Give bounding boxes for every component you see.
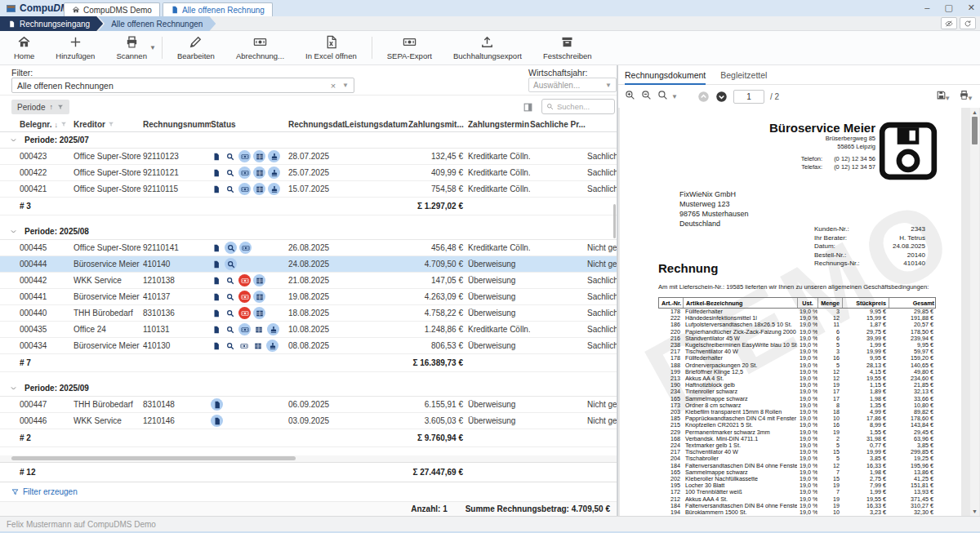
app-tab-strip: CompuDMS DemoAlle offenen Rechnung xyxy=(64,2,273,16)
table-row[interactable]: 000441Büroservice Meier41013719.08.20254… xyxy=(0,289,617,305)
zoom-in-button[interactable] xyxy=(625,89,635,104)
column-header-kreditor[interactable]: Kreditor xyxy=(74,120,143,129)
chevron-down-icon[interactable] xyxy=(10,384,17,392)
vertical-scrollbar[interactable] xyxy=(613,204,616,238)
column-header-ldat[interactable]: Leistungsdatum xyxy=(345,120,408,129)
item-cell-0: 212 xyxy=(658,496,683,503)
meta-row: Datum:24.08.2025 xyxy=(814,242,925,251)
chevron-down-icon[interactable]: ▼ xyxy=(342,82,349,89)
column-header-rechnr[interactable]: Rechnungsnummer xyxy=(143,120,211,129)
cell-rechnr: 410140 xyxy=(143,260,211,269)
horizontal-scrollbar[interactable] xyxy=(0,455,617,462)
scannen-button[interactable]: ▼Scannen xyxy=(105,31,158,64)
preview-tab-active[interactable]: Rechnungsdokument xyxy=(625,65,706,85)
breadcrumb-item[interactable]: Rechnungseingang xyxy=(0,16,103,31)
festschreiben-button[interactable]: Festschreiben xyxy=(532,31,603,64)
chevron-down-icon[interactable]: ▼ xyxy=(149,44,156,51)
cell-status xyxy=(211,274,288,286)
cell-sach: Sachlich richtig xyxy=(587,309,617,318)
chevron-down-icon[interactable]: ▼ xyxy=(944,95,951,102)
table-row[interactable]: 000445Office Super-Store9211014126.08.20… xyxy=(0,240,617,256)
scrollbar-thumb[interactable] xyxy=(11,456,296,460)
in-excel-ffnen-button[interactable]: In Excel öffnen xyxy=(295,31,368,64)
item-cell-4: 31,98 € xyxy=(842,436,889,442)
scrollbar-thumb[interactable] xyxy=(972,117,978,144)
item-cell-2: 19,0 % xyxy=(797,355,817,362)
funnel-icon[interactable] xyxy=(108,120,114,129)
preview-scrollbar[interactable]: ▲ ▼ xyxy=(970,108,979,516)
preview-tab[interactable]: Begleitzettel xyxy=(720,65,767,85)
column-header-zterm[interactable]: Zahlungstermin xyxy=(468,120,530,129)
scroll-down-icon[interactable]: ▼ xyxy=(970,509,979,514)
table-row[interactable]: 000440THH Bürobedarf831013618.08.20254.7… xyxy=(0,305,617,322)
app-tab-active[interactable]: Alle offenen Rechnung xyxy=(163,2,273,16)
breadcrumb-item[interactable]: Alle offenen Rechnungen xyxy=(98,16,216,31)
save-document-button[interactable]: ▼ xyxy=(936,89,951,104)
cell-rechnr: 92110121 xyxy=(143,168,211,177)
scroll-up-icon[interactable]: ▲ xyxy=(970,109,979,115)
table-row[interactable]: 000422Office Super-Store9211012125.07.20… xyxy=(0,165,617,181)
hinzuf-gen-button[interactable]: Hinzufügen xyxy=(45,31,105,64)
item-cell-3: 10 xyxy=(817,415,842,422)
zoom-out-button[interactable] xyxy=(641,89,652,104)
maximize-button[interactable]: ▢ xyxy=(944,2,952,13)
group-header[interactable]: Periode: 2025/07 xyxy=(0,132,617,149)
group-header[interactable]: Periode: 2025/08 xyxy=(0,224,617,240)
item-cell-5: 143,84 € xyxy=(889,422,936,429)
table-row[interactable]: 000421Office Super-Store9211011515.07.20… xyxy=(0,181,617,198)
abrechnung-button[interactable]: Abrechnung... xyxy=(225,31,295,64)
chevron-down-icon[interactable] xyxy=(10,136,17,144)
column-header-belegnr[interactable]: Belegnr.↓ xyxy=(20,120,74,129)
column-header-sach[interactable]: Sachliche Pr... xyxy=(530,120,587,129)
group-by-chip[interactable]: Periode ↑ xyxy=(11,100,69,114)
table-row[interactable]: 000434Büroservice Meier41013008.08.20258… xyxy=(0,338,617,354)
refresh-button[interactable] xyxy=(960,17,976,29)
buchhaltungsexport-button[interactable]: Buchhaltungsexport xyxy=(443,31,532,64)
cell-rdat: 10.08.2025 xyxy=(288,325,345,334)
column-label: Zahlungsmit... xyxy=(408,120,464,129)
chevron-down-icon[interactable] xyxy=(10,228,17,235)
fiscal-year-select[interactable]: Auswählen... ▼ xyxy=(528,78,617,92)
invoice-item-row: 212Akkus AAA 4 St.19,0 %1919,55 €371,45 … xyxy=(658,496,936,503)
column-header-zmit[interactable]: Zahlungsmit... xyxy=(408,120,468,129)
column-header-status[interactable]: Status xyxy=(211,120,288,129)
cell-belegnr: 000445 xyxy=(20,243,74,252)
table-row[interactable]: 000442WKK Service121013821.08.2025147,05… xyxy=(0,273,617,289)
meta-label: Datum: xyxy=(814,242,878,251)
column-header-rdat[interactable]: Rechnungsdat... xyxy=(288,120,345,129)
vendor-contact-row: Telefon:(0 12) 12 34 56 xyxy=(801,155,875,163)
chevron-down-icon[interactable]: ▼ xyxy=(967,95,973,102)
close-button[interactable]: ✕ xyxy=(968,2,975,13)
chevron-down-icon[interactable]: ▼ xyxy=(671,93,678,100)
hide-preview-button[interactable] xyxy=(941,17,957,29)
page-number-input[interactable] xyxy=(733,90,764,104)
app-tab[interactable]: CompuDMS Demo xyxy=(64,2,160,16)
table-status-icon xyxy=(253,150,265,162)
minimize-button[interactable]: – xyxy=(924,2,929,13)
cell-rdat: 19.08.2025 xyxy=(288,292,345,301)
print-document-button[interactable]: ▼ xyxy=(959,89,973,104)
zoom-level-button[interactable] xyxy=(657,89,668,104)
vendor-block: Büroservice Meier Brüserbergweg 8555865 … xyxy=(769,121,875,150)
next-page-button[interactable] xyxy=(715,91,728,103)
group-header[interactable]: Periode: 2025/09 xyxy=(0,380,617,397)
home-button[interactable]: Home xyxy=(3,31,45,64)
group-label: Periode: 2025/07 xyxy=(24,135,89,144)
table-row[interactable]: 000435Office 2411013110.08.20251.248,86 … xyxy=(0,322,617,338)
table-row[interactable]: 000447THH Bürobedarf831014806.09.20256.1… xyxy=(0,397,617,413)
cell-kreditor: Office Super-Store xyxy=(74,184,143,193)
table-row[interactable]: 000444Büroservice Meier41014024.08.20254… xyxy=(0,256,617,273)
bearbeiten-button[interactable]: Bearbeiten xyxy=(167,31,225,64)
clear-filter-icon[interactable]: × xyxy=(331,81,336,91)
table-row[interactable]: 000446WKK Service121014603.09.20253.605,… xyxy=(0,413,617,429)
create-filter-link[interactable]: Filter erzeugen xyxy=(11,487,78,496)
search-input[interactable] xyxy=(557,102,610,111)
item-cell-5: 234,60 € xyxy=(889,375,936,382)
filter-select[interactable]: Alle offenen Rechnungen × ▼ xyxy=(11,78,354,93)
table-row[interactable]: 000423Office Super-Store9211012328.07.20… xyxy=(0,149,617,165)
previous-page-button[interactable] xyxy=(697,91,710,103)
sepa-export-button[interactable]: SEPA-Export xyxy=(376,31,443,64)
cell-rechnr: 410130 xyxy=(143,341,211,350)
column-chooser-button[interactable] xyxy=(523,101,533,116)
funnel-icon[interactable] xyxy=(60,120,67,129)
